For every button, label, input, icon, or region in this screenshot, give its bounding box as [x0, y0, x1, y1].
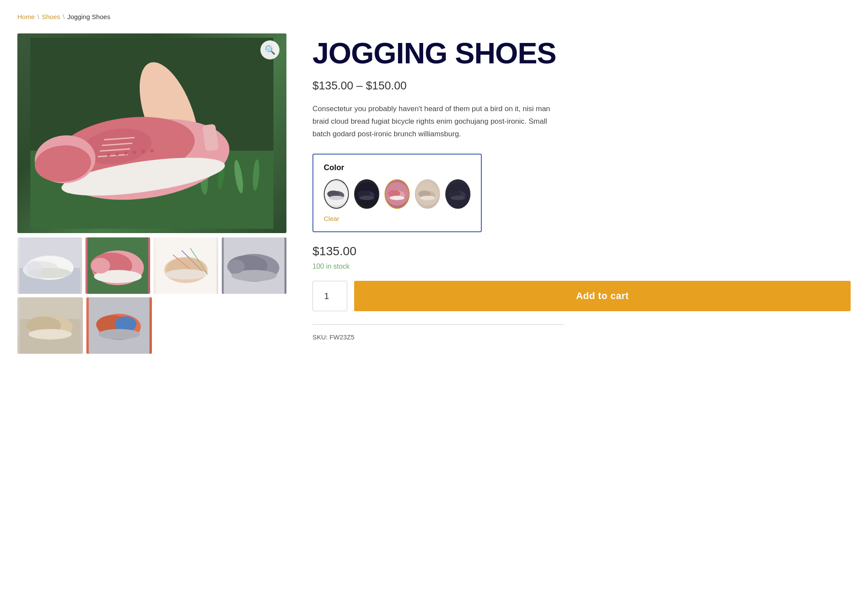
svg-point-27 — [115, 152, 119, 156]
color-swatch-black[interactable] — [445, 179, 470, 209]
thumbnail-5[interactable] — [17, 297, 83, 354]
svg-point-80 — [420, 196, 435, 200]
thumbnail-6[interactable] — [86, 297, 152, 354]
divider — [312, 324, 564, 325]
quantity-input[interactable] — [312, 281, 347, 311]
product-description: Consectetur you probably haven't heard o… — [312, 103, 564, 141]
color-selector-box: Color — [312, 154, 482, 232]
product-info: JOGGING SHOES $135.00 – $150.00 Consecte… — [312, 33, 851, 341]
breadcrumb-current: Jogging Shoes — [67, 13, 110, 20]
color-swatch-beige[interactable] — [415, 179, 440, 209]
breadcrumb-home[interactable]: Home — [17, 13, 35, 20]
svg-point-28 — [124, 151, 128, 155]
breadcrumb-shoes[interactable]: Shoes — [42, 13, 60, 20]
svg-point-64 — [99, 329, 140, 339]
svg-point-76 — [390, 196, 404, 200]
clear-link[interactable]: Clear — [324, 215, 339, 222]
svg-point-29 — [133, 151, 136, 154]
svg-point-31 — [150, 149, 154, 152]
product-layout: 🔍 — [17, 33, 851, 354]
price-range: $135.00 – $150.00 — [312, 79, 851, 92]
svg-point-72 — [359, 196, 374, 200]
breadcrumb: Home \ Shoes \ Jogging Shoes — [17, 13, 851, 20]
magnify-icon: 🔍 — [265, 45, 276, 55]
thumbnail-4[interactable] — [222, 237, 286, 294]
svg-point-37 — [27, 261, 43, 276]
thumbnail-1[interactable] — [17, 237, 82, 294]
color-swatch-white[interactable] — [324, 179, 349, 209]
sku-text: SKU: FW23Z5 — [312, 333, 851, 341]
color-swatch-pink[interactable] — [385, 179, 410, 209]
stock-status: 100 in stock — [312, 263, 851, 270]
magnify-button[interactable]: 🔍 — [260, 40, 279, 59]
add-to-cart-button[interactable]: Add to cart — [354, 281, 851, 311]
breadcrumb-sep2: \ — [63, 13, 65, 20]
product-title: JOGGING SHOES — [312, 38, 851, 69]
thumbnails-row2 — [17, 297, 152, 354]
thumbnail-2[interactable] — [85, 237, 150, 294]
main-image-wrapper: 🔍 — [17, 33, 286, 233]
svg-point-68 — [329, 196, 344, 200]
thumbnail-3[interactable] — [154, 237, 218, 294]
add-to-cart-row: Add to cart — [312, 281, 851, 311]
main-image — [17, 33, 286, 233]
color-swatches — [324, 179, 470, 209]
color-swatch-dark[interactable] — [354, 179, 379, 209]
svg-point-59 — [29, 329, 72, 339]
svg-point-42 — [91, 258, 110, 273]
selected-price: $135.00 — [312, 244, 851, 258]
svg-point-49 — [165, 269, 207, 280]
color-label: Color — [324, 163, 470, 172]
svg-point-54 — [227, 260, 245, 273]
breadcrumb-sep1: \ — [37, 13, 39, 20]
svg-point-30 — [141, 150, 145, 153]
svg-point-84 — [450, 196, 465, 200]
images-section: 🔍 — [17, 33, 286, 354]
svg-point-26 — [107, 153, 110, 157]
thumbnails-grid — [17, 237, 286, 294]
